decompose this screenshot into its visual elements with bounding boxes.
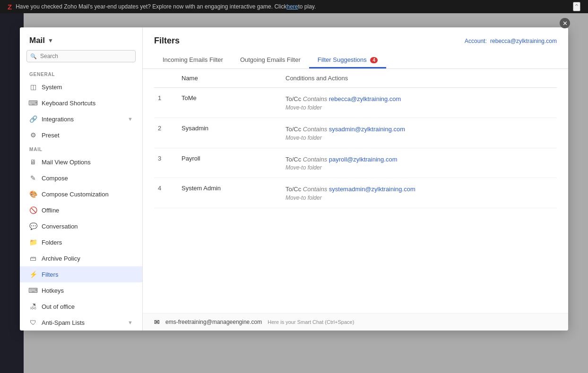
condition-keyword: Contains	[303, 95, 329, 102]
sidebar-item-compose-customization[interactable]: 🎨 Compose Customization	[20, 186, 142, 202]
modal-body: Mail ▼ 🔍 GENERAL ◫ System ⌨ Keyboard	[20, 27, 568, 331]
chevron-down-icon: ▼	[128, 320, 133, 325]
integrations-icon: 🔗	[29, 115, 37, 123]
condition-keyword: Contains	[303, 126, 329, 133]
sidebar-item-folders[interactable]: 📁 Folders	[20, 234, 142, 250]
account-label: Account:	[465, 38, 487, 44]
conversation-icon: 💬	[29, 222, 37, 230]
banner-link[interactable]: here	[286, 3, 298, 10]
general-section-label: GENERAL	[20, 68, 142, 79]
mail-view-icon: 🖥	[29, 158, 37, 166]
settings-sidebar: Mail ▼ 🔍 GENERAL ◫ System ⌨ Keyboard	[20, 27, 143, 331]
row-name: System Admin	[178, 178, 282, 208]
page-title: Filters	[154, 36, 180, 46]
sidebar-item-mail-view-options[interactable]: 🖥 Mail View Options	[20, 154, 142, 170]
suggestions-badge: 4	[370, 57, 378, 63]
sidebar-item-keyboard-shortcuts[interactable]: ⌨ Keyboard Shortcuts	[20, 95, 142, 111]
sidebar-header: Mail ▼	[20, 27, 142, 50]
banner-text-end: to play.	[298, 3, 316, 10]
condition-prefix: To/Cc	[285, 126, 301, 133]
sidebar-item-label: Anti-Spam Lists	[42, 319, 123, 326]
system-icon: ◫	[29, 83, 37, 91]
top-banner: Z Have you checked Zoho Mail's year-end …	[0, 0, 588, 13]
sidebar-item-offline[interactable]: 🚫 Offline	[20, 202, 142, 218]
sidebar-search-container: 🔍	[26, 50, 136, 62]
col-header-name: Name	[178, 69, 282, 88]
modal: Mail ▼ 🔍 GENERAL ◫ System ⌨ Keyboard	[20, 27, 568, 331]
modal-close-button[interactable]: ✕	[560, 18, 570, 28]
row-name: Payroll	[178, 148, 282, 178]
hotkeys-icon: ⌨	[29, 287, 37, 294]
row-conditions: To/Cc Contains payroll@zylktraining.com …	[282, 148, 557, 178]
footer-email-icon: ✉	[154, 318, 160, 326]
banner-text: Have you checked Zoho Mail's year-end up…	[16, 3, 286, 10]
condition-email: rebecca@zylktraining.com	[329, 95, 401, 102]
sidebar-item-label: Keyboard Shortcuts	[42, 100, 133, 107]
condition-prefix: To/Cc	[285, 95, 301, 102]
sidebar-chevron-icon: ▼	[48, 37, 53, 44]
condition-action: Move-to folder	[285, 104, 553, 111]
sidebar-item-out-of-office[interactable]: 🏖 Out of office	[20, 298, 142, 314]
banner-close-button[interactable]: ⌃	[573, 2, 580, 11]
sidebar-item-label: Compose	[42, 175, 133, 182]
content-body: Name Conditions and Actions 1 ToMe To/Cc…	[143, 69, 568, 313]
condition-email: systemadmin@zylktraining.com	[329, 186, 415, 193]
sidebar-item-label: System	[42, 84, 133, 91]
row-name: ToMe	[178, 88, 282, 118]
sidebar-item-filters[interactable]: ⚡ Filters	[20, 266, 142, 282]
condition-email: sysadmin@zylktraining.com	[329, 126, 405, 133]
condition-keyword: Contains	[303, 186, 329, 193]
sidebar-item-preset[interactable]: ⚙ Preset	[20, 127, 142, 143]
sidebar-item-hotkeys[interactable]: ⌨ Hotkeys	[20, 282, 142, 298]
keyboard-icon: ⌨	[29, 99, 37, 107]
sidebar-item-label: Out of office	[42, 303, 133, 310]
sidebar-item-anti-spam[interactable]: 🛡 Anti-Spam Lists ▼	[20, 314, 142, 331]
sidebar-item-conversation[interactable]: 💬 Conversation	[20, 218, 142, 234]
sidebar-item-label: Compose Customization	[42, 191, 133, 198]
sidebar-item-label: Folders	[42, 239, 133, 246]
footer-email: ems-freetraining@manageengine.com	[165, 319, 262, 325]
tab-outgoing[interactable]: Outgoing Emails Filter	[232, 52, 309, 68]
table-row: 3 Payroll To/Cc Contains payroll@zylktra…	[154, 148, 557, 178]
sidebar-item-compose[interactable]: ✎ Compose	[20, 170, 142, 186]
sidebar-item-label: Preset	[42, 132, 133, 139]
col-header-num	[154, 69, 178, 88]
sidebar-item-label: Hotkeys	[42, 287, 133, 294]
search-input[interactable]	[26, 50, 136, 62]
table-row: 4 System Admin To/Cc Contains systemadmi…	[154, 178, 557, 208]
banner-z-icon: Z	[8, 3, 12, 11]
condition-action: Move-to folder	[285, 164, 553, 171]
out-of-office-icon: 🏖	[29, 303, 37, 310]
sidebar-item-label: Integrations	[42, 116, 123, 123]
sidebar-item-system[interactable]: ◫ System	[20, 79, 142, 95]
table-row: 2 Sysadmin To/Cc Contains sysadmin@zylkt…	[154, 118, 557, 148]
sidebar-item-label: Offline	[42, 207, 133, 214]
tab-suggestions[interactable]: Filter Suggestions 4	[309, 52, 386, 68]
sidebar-item-archive-policy[interactable]: 🗃 Archive Policy	[20, 250, 142, 266]
condition-keyword: Contains	[303, 156, 329, 163]
footer-hint: Here is your Smart Chat (Ctrl+Space)	[268, 319, 354, 325]
offline-icon: 🚫	[29, 206, 37, 214]
row-conditions: To/Cc Contains rebecca@zylktraining.com …	[282, 88, 557, 118]
filters-icon: ⚡	[29, 271, 37, 278]
sidebar-item-label: Conversation	[42, 223, 133, 230]
preset-icon: ⚙	[29, 131, 37, 139]
compose-icon: ✎	[29, 174, 37, 182]
tab-incoming[interactable]: Incoming Emails Filter	[154, 52, 232, 68]
row-num: 2	[154, 118, 178, 148]
sidebar-item-integrations[interactable]: 🔗 Integrations ▼	[20, 111, 142, 127]
row-num: 1	[154, 88, 178, 118]
condition-prefix: To/Cc	[285, 156, 301, 163]
account-info: Account: rebecca@zylktraining.com	[465, 38, 557, 44]
compose-custom-icon: 🎨	[29, 190, 37, 198]
filter-tabs: Incoming Emails Filter Outgoing Emails F…	[154, 52, 557, 68]
mail-section-label: MAIL	[20, 143, 142, 154]
sidebar-item-label: Mail View Options	[42, 159, 133, 166]
filters-table: Name Conditions and Actions 1 ToMe To/Cc…	[154, 69, 557, 208]
sidebar-item-label: Archive Policy	[42, 255, 133, 262]
condition-email: payroll@zylktraining.com	[329, 156, 398, 163]
row-conditions: To/Cc Contains systemadmin@zylktraining.…	[282, 178, 557, 208]
anti-spam-icon: 🛡	[29, 319, 37, 326]
content-area: Filters Account: rebecca@zylktraining.co…	[143, 27, 568, 331]
folders-icon: 📁	[29, 238, 37, 246]
